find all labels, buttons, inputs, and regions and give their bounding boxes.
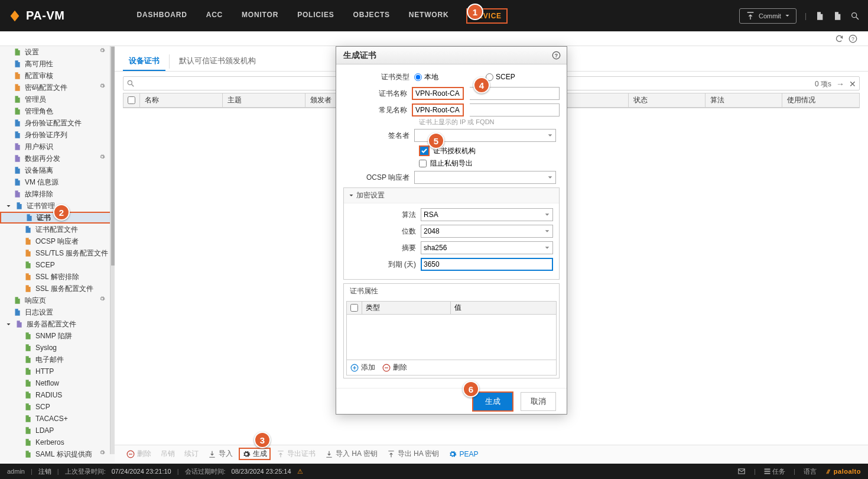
sidebar-item-tacacs[interactable]: TACACS+ [0,413,115,425]
sidebar-item-ssl-tls[interactable]: SSL/TLS 服务配置文件 [0,247,115,259]
col-subject[interactable]: 主题 [223,93,305,107]
config-icon[interactable] [815,11,824,21]
nav-objects[interactable]: OBJECTS [352,8,391,24]
check-icon [421,147,428,154]
mail-icon[interactable] [737,467,746,475]
sidebar-item-ssl-dec[interactable]: SSL 解密排除 [0,271,115,283]
dialog-cancel-button[interactable]: 取消 [521,392,556,411]
nav-monitor[interactable]: MONITOR [240,8,279,24]
sidebar-item-email[interactable]: 电子邮件 [0,354,115,365]
digest-select[interactable]: sha256 [421,241,553,254]
file-icon [24,391,32,399]
sidebar-item-dev-iso[interactable]: 设备隔离 [0,164,115,176]
sidebar-item-settings[interactable]: 设置 [0,46,115,58]
import-ha-button[interactable]: 导入 HA 密钥 [321,448,381,460]
algo-select[interactable]: RSA [421,208,553,221]
sidebar-item-vm-info[interactable]: VM 信息源 [0,176,115,188]
gear-icon[interactable] [99,47,105,53]
footer-lang[interactable]: 语言 [804,467,817,476]
sidebar-item-srv-profile[interactable]: 服务器配置文件 [0,318,115,330]
nav-policies[interactable]: POLICIES [296,8,335,24]
sidebar-item-log-set[interactable]: 日志设置 [0,306,115,318]
sidebar-item-syslog[interactable]: Syslog [0,342,115,354]
sidebar-item-ha[interactable]: 高可用性 [0,58,115,70]
sidebar-item-troubleshoot[interactable]: 故障排除 [0,188,115,200]
sidebar-item-scep[interactable]: SCEP [0,259,115,271]
sidebar-item-snmp[interactable]: SNMP 陷阱 [0,330,115,342]
dialog-generate-button[interactable]: 生成 [473,393,512,410]
delete-button[interactable]: 删除 [123,448,155,460]
export-ha-button[interactable]: 导出 HA 密钥 [383,448,443,460]
sidebar-item-ocsp[interactable]: OCSP 响应者 [0,235,115,247]
attr-delete-button[interactable]: 删除 [382,363,407,373]
filter-close[interactable]: ✕ [849,79,856,89]
sidebar-item-auth-seq[interactable]: 身份验证序列 [0,129,115,141]
grid-check-all[interactable] [123,93,140,107]
col-name[interactable]: 名称 [140,93,223,107]
col-status[interactable]: 状态 [629,93,706,107]
window-icon[interactable] [833,11,842,21]
search-icon[interactable] [850,11,860,21]
gear-icon[interactable] [99,154,105,160]
sidebar-item-resp-page[interactable]: 响应页 [0,294,115,306]
help-icon[interactable] [849,34,857,43]
nav-acc[interactable]: ACC [205,8,224,24]
sidebar-item-config-review[interactable]: 配置审核 [0,70,115,82]
export-cert-button[interactable]: 导出证书 [273,448,319,460]
sidebar-item-http[interactable]: HTTP [0,365,115,377]
commit-button[interactable]: Commit [739,8,797,24]
gear-icon[interactable] [99,83,105,89]
gear-icon[interactable] [99,449,105,455]
sidebar-item-admin-role[interactable]: 管理角色 [0,105,115,117]
sidebar-item-ssl-srv[interactable]: SSL 服务配置文件 [0,283,115,294]
nav-dashboard[interactable]: DASHBOARD [135,8,188,24]
attr-check-all[interactable] [347,302,362,314]
radio-local[interactable]: 本地 [414,72,438,82]
sidebar-item-scp[interactable]: SCP [0,401,115,413]
chevron-down-icon [547,132,553,138]
import-button[interactable]: 导入 [204,448,236,460]
tab-trusted-ca[interactable]: 默认可信证书颁发机构 [173,52,262,71]
sidebar-scroll[interactable] [110,46,115,454]
generate-button[interactable]: 生成 [239,448,271,460]
filter-arrow[interactable]: → [836,79,844,89]
sidebar-item-saml[interactable]: SAML 标识提供商 [0,448,115,460]
block-export-checkbox[interactable] [419,160,427,167]
callout-2: 2 [53,204,70,221]
sidebar-item-user-id[interactable]: 用户标识 [0,141,115,153]
sidebar-item-password-profile[interactable]: 密码配置文件 [0,82,115,93]
cert-name-input[interactable] [413,88,463,99]
footer-logout[interactable]: 注销 [38,467,51,476]
footer-warn-icon[interactable]: ⚠ [297,468,303,475]
col-usage[interactable]: 使用情况 [782,93,859,107]
expiry-input[interactable] [421,258,553,271]
attr-add-button[interactable]: 添加 [350,363,375,373]
checkbox[interactable] [128,96,135,104]
cn-input[interactable] [413,105,463,115]
col-algo[interactable]: 算法 [706,93,782,107]
footer: admin | 注销 | 上次登录时间: 07/24/2024 23:21:10… [0,464,868,479]
refresh-icon[interactable] [835,34,844,43]
nav-network[interactable]: NETWORK [408,8,450,24]
dialog-help-icon[interactable] [552,51,561,60]
radio-scep[interactable]: SCEP [486,73,515,81]
ocsp-select[interactable] [414,171,556,184]
sidebar-item-radius[interactable]: RADIUS [0,389,115,401]
gear-icon[interactable] [99,296,105,302]
dialog-title-bar[interactable]: 生成证书 [336,47,567,64]
footer-tasks[interactable]: ☰ 任务 [764,467,785,476]
ca-checkbox[interactable] [419,145,430,156]
sidebar-item-kerberos[interactable]: Kerberos [0,436,115,448]
tab-device-cert[interactable]: 设备证书 [123,52,165,71]
sidebar-item-redist[interactable]: 数据再分发 [0,153,115,164]
dialog-title: 生成证书 [343,50,376,61]
sidebar-item-ldap[interactable]: LDAP [0,425,115,436]
sidebar-item-auth-profile[interactable]: 身份验证配置文件 [0,117,115,129]
crypto-title[interactable]: 加密设置 [344,188,559,203]
sidebar-item-admin[interactable]: 管理员 [0,93,115,105]
sidebar-item-netflow[interactable]: Netflow [0,377,115,389]
sidebar-item-cert-profile[interactable]: 证书配置文件 [0,224,115,235]
peap-button[interactable]: PEAP [445,449,482,459]
callout-6: 6 [463,381,479,397]
bits-select[interactable]: 2048 [421,225,553,238]
